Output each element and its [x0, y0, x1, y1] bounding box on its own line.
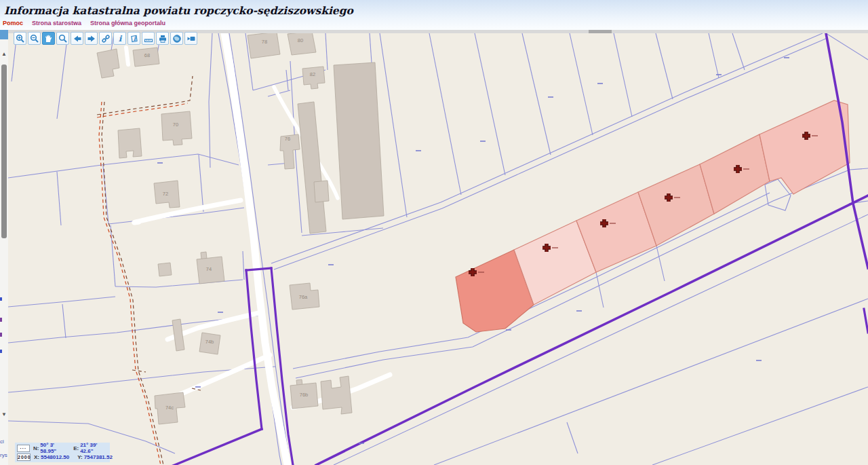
info-tool-button[interactable]: i: [113, 32, 126, 45]
clipped-layer-mark: [0, 350, 2, 353]
select-info-icon: i: [130, 34, 139, 43]
zoom-out-icon: [30, 34, 39, 43]
measure-tool-button[interactable]: [142, 32, 155, 45]
camera-tool-button[interactable]: [184, 32, 197, 45]
lat-label: N:: [33, 445, 39, 451]
building-number-label: 74c: [165, 405, 174, 411]
clipped-layer-mark: [0, 297, 2, 301]
map-frame: ▲ ▼ cirys: [0, 30, 868, 465]
globe-icon: [172, 34, 182, 43]
pan-icon: [44, 34, 53, 43]
select-info-tool-button[interactable]: i: [127, 32, 140, 45]
zoom-window-icon: [58, 34, 68, 43]
building-number-label: 76b: [300, 392, 309, 398]
building-number-label: 76a: [299, 294, 308, 300]
menu-link-strona-starostwa[interactable]: Strona starostwa: [32, 20, 81, 26]
menu-link-strona-g-wna-geoportalu[interactable]: Strona główna geoportalu: [90, 20, 165, 26]
zoom-in-icon: [16, 34, 25, 43]
geoportal-app: { "header": { "title": "Informacja katas…: [0, 0, 868, 465]
print-tool-button[interactable]: [156, 32, 169, 45]
globe-tool-button[interactable]: [170, 32, 183, 45]
pan-tool-button[interactable]: [42, 32, 55, 45]
x-value: 5548012.50: [41, 454, 69, 460]
building-number-label: 72: [163, 191, 168, 197]
left-panel-strip: ▲ ▼ cirys: [0, 30, 8, 465]
measure-icon: [144, 34, 153, 43]
scrollbar-thumb[interactable]: [1, 64, 7, 238]
scale-input[interactable]: 2000: [17, 453, 31, 461]
building-number-label: 74: [206, 266, 212, 272]
coordinates-panel: ··· N: 50° 3' 58.95" E: 21° 39' 42.6" 20…: [15, 443, 110, 462]
lon-label: E:: [73, 445, 79, 451]
y-value: 7547381.52: [84, 454, 113, 460]
zoom-in-tool-button[interactable]: [14, 32, 26, 45]
scroll-down-arrow-icon[interactable]: ▼: [1, 411, 7, 418]
forward-tool-button[interactable]: [85, 32, 98, 45]
building-number-label: 82: [310, 71, 315, 77]
clipped-panel-text: ci: [0, 439, 4, 445]
zoom-out-tool-button[interactable]: [28, 32, 41, 45]
building-number-label: 78: [262, 39, 267, 45]
x-label: X:: [34, 454, 39, 460]
print-icon: [158, 34, 167, 43]
back-tool-button[interactable]: [71, 32, 83, 45]
map-canvas[interactable]: 788068827670727476a74b74c76b: [8, 33, 868, 465]
link-tool-button[interactable]: [99, 32, 112, 45]
clipped-layer-mark: [0, 333, 2, 337]
building-number-label: 68: [144, 52, 150, 58]
page-title: Informacja katastralna powiatu ropczycko…: [4, 4, 353, 17]
info-icon: i: [115, 34, 125, 43]
back-icon: [73, 34, 82, 43]
y-label: Y:: [77, 454, 82, 460]
scroll-up-arrow-icon[interactable]: ▲: [1, 51, 7, 58]
header-menu: PomocStrona starostwaStrona główna geopo…: [3, 20, 174, 26]
tracking-mode-button[interactable]: ···: [17, 445, 30, 452]
left-panel-tab[interactable]: [0, 30, 8, 39]
map-background: [8, 33, 868, 465]
menu-link-pomoc[interactable]: Pomoc: [3, 20, 23, 26]
building-number-label: 80: [298, 37, 303, 43]
zoom-window-tool-button[interactable]: [56, 32, 69, 45]
map-toolbar: ii: [14, 32, 197, 45]
building-number-label: 76: [285, 136, 290, 142]
building-number-label: 74b: [205, 339, 214, 345]
svg-text:i: i: [118, 34, 122, 43]
clipped-layer-mark: [0, 318, 2, 322]
camera-icon: [186, 34, 196, 43]
header: Informacja katastralna powiatu ropczycko…: [0, 0, 868, 30]
clipped-panel-text: rys: [0, 452, 7, 458]
building-number-label: 70: [173, 122, 178, 128]
link-icon: [101, 34, 111, 43]
forward-icon: [87, 34, 96, 43]
